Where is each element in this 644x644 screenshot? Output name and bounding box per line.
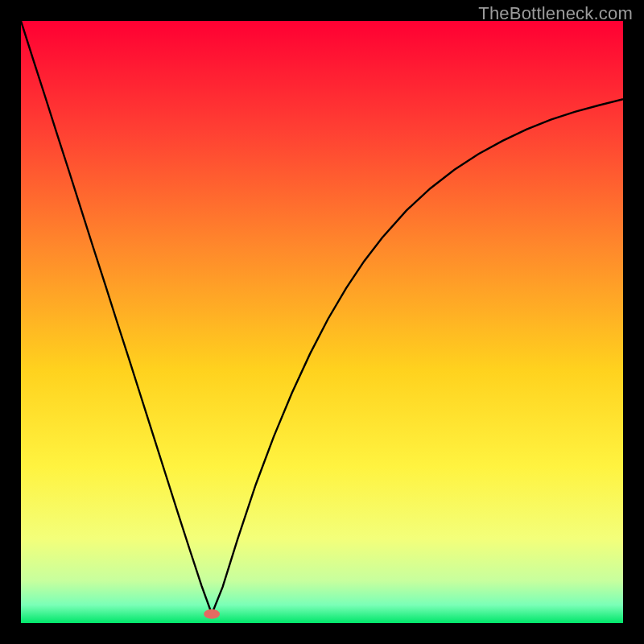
plot-area — [21, 21, 623, 623]
chart-frame: TheBottleneck.com — [0, 0, 644, 644]
bottleneck-curve — [21, 21, 623, 614]
curve-layer — [21, 21, 623, 623]
minimum-marker — [204, 609, 220, 619]
